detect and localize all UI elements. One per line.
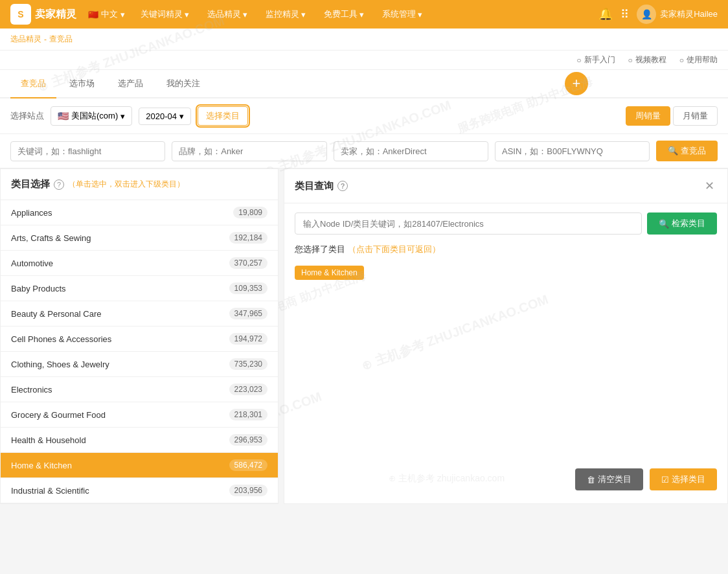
main-area: 类目选择 ? （单击选中，双击进入下级类目） Appliances 19,809… xyxy=(0,168,728,504)
category-item[interactable]: Beauty & Personal Care 347,965 xyxy=(1,301,278,327)
nav-free-tools[interactable]: 免费工具 ▾ xyxy=(317,6,370,23)
nav-right: 🔔 ⠿ 👤 卖家精灵Hailee xyxy=(598,5,718,24)
confirm-category-button[interactable]: ☑ 选择类目 xyxy=(650,468,717,490)
logo-text: 卖家精灵 xyxy=(35,8,76,21)
query-panel-title: 类目查询 ? xyxy=(295,180,348,192)
category-panel-title: 类目选择 xyxy=(11,178,50,190)
brand-input[interactable] xyxy=(172,141,326,161)
top-nav: S 卖家精灵 🇨🇳 中文 ▾ 关键词精灵 ▾ 选品精灵 ▾ 监控精灵 ▾ 免费工… xyxy=(0,0,728,29)
grid-icon[interactable]: ⠿ xyxy=(620,7,629,21)
nav-system[interactable]: 系统管理 ▾ xyxy=(376,6,429,23)
close-query-panel-button[interactable]: ✕ xyxy=(701,178,717,194)
query-search-input[interactable] xyxy=(295,212,642,235)
query-help-icon[interactable]: ? xyxy=(337,181,348,191)
category-item[interactable]: Industrial & Scientific 203,956 xyxy=(1,478,278,503)
site-selector[interactable]: 🇺🇸 美国站(com) ▾ xyxy=(51,106,132,126)
filter-site-label: 选择站点 xyxy=(10,110,44,122)
category-select-button[interactable]: 选择类目 xyxy=(198,106,248,126)
category-item[interactable]: Appliances 19,809 xyxy=(1,200,278,225)
breadcrumb-current: 查竞品 xyxy=(49,34,73,45)
username: 卖家精灵Hailee xyxy=(660,8,718,20)
tab-products[interactable]: 选产品 xyxy=(108,70,154,98)
category-item[interactable]: Electronics 223,023 xyxy=(1,377,278,402)
query-search-button[interactable]: 🔍 检索类目 xyxy=(647,212,717,235)
seller-input[interactable] xyxy=(334,141,488,161)
category-item[interactable]: Grocery & Gourmet Food 218,301 xyxy=(1,402,278,428)
period-buttons: 周销量 月销量 xyxy=(626,106,718,126)
search-row: 🔍 查竞品 xyxy=(0,134,728,168)
category-item-home-kitchen[interactable]: Home & Kitchen 586,472 xyxy=(1,453,278,478)
tab-favorites[interactable]: 我的关注 xyxy=(156,70,210,98)
selected-tag-home-kitchen[interactable]: Home & Kitchen xyxy=(295,266,364,280)
selected-category-path: Home & Kitchen xyxy=(284,262,727,289)
category-list: Appliances 19,809 Arts, Crafts & Sewing … xyxy=(1,200,278,503)
help-video[interactable]: ○ 视频教程 xyxy=(628,54,666,65)
query-panel: 类目查询 ? ✕ 🔍 检索类目 您选择了类目 （点击下面类目可返回） Home … xyxy=(284,168,728,504)
category-item[interactable]: Clothing, Shoes & Jewelry 735,230 xyxy=(1,352,278,377)
nav-select-product[interactable]: 选品精灵 ▾ xyxy=(201,6,254,23)
back-to-parent-hint[interactable]: （点击下面类目可返回） xyxy=(348,244,440,254)
sub-nav: 查竞品 选市场 选产品 我的关注 + xyxy=(0,70,728,98)
category-panel-hint: （单击选中，双击进入下级类目） xyxy=(68,179,185,190)
help-bar: ○ 新手入门 ○ 视频教程 ○ 使用帮助 xyxy=(0,51,728,70)
us-flag: 🇺🇸 xyxy=(58,111,69,121)
help-newbie[interactable]: ○ 新手入门 xyxy=(576,54,615,65)
filter-row: 选择站点 🇺🇸 美国站(com) ▾ 2020-04 ▾ 选择类目 周销量 月销… xyxy=(0,98,728,134)
help-usage[interactable]: ○ 使用帮助 xyxy=(679,54,718,65)
monthly-sales-btn[interactable]: 月销量 xyxy=(673,106,718,126)
tab-competitors[interactable]: 查竞品 xyxy=(10,70,56,98)
date-selector[interactable]: 2020-04 ▾ xyxy=(139,108,191,125)
search-competitors-button[interactable]: 🔍 查竞品 xyxy=(656,141,718,161)
nav-monitor[interactable]: 监控精灵 ▾ xyxy=(259,6,312,23)
category-item[interactable]: Cell Phones & Accessories 194,972 xyxy=(1,327,278,352)
avatar: 👤 xyxy=(637,5,656,24)
breadcrumb-base[interactable]: 选品精灵 xyxy=(10,34,41,45)
nav-lang[interactable]: 🇨🇳 中文 ▾ xyxy=(88,8,125,20)
asin-input[interactable] xyxy=(495,141,650,161)
keyword-input[interactable] xyxy=(10,141,165,161)
nav-user[interactable]: 👤 卖家精灵Hailee xyxy=(637,5,718,24)
query-panel-header: 类目查询 ? ✕ xyxy=(284,169,727,203)
nav-logo[interactable]: S 卖家精灵 xyxy=(10,4,76,25)
add-button[interactable]: + xyxy=(565,72,588,95)
category-item[interactable]: Automotive 370,257 xyxy=(1,251,278,276)
query-search-row: 🔍 检索类目 xyxy=(284,203,727,244)
category-panel: 类目选择 ? （单击选中，双击进入下级类目） Appliances 19,809… xyxy=(0,168,279,504)
category-panel-header: 类目选择 ? （单击选中，双击进入下级类目） xyxy=(1,169,278,200)
category-item[interactable]: Health & Household 296,953 xyxy=(1,428,278,453)
logo-icon: S xyxy=(10,4,31,25)
panel-footer: 🗑 清空类目 ☑ 选择类目 xyxy=(575,468,717,490)
nav-keyword[interactable]: 关键词精灵 ▾ xyxy=(134,6,196,23)
weekly-sales-btn[interactable]: 周销量 xyxy=(626,106,670,126)
tab-market[interactable]: 选市场 xyxy=(59,70,105,98)
clear-category-button[interactable]: 🗑 清空类目 xyxy=(575,468,643,490)
bell-icon[interactable]: 🔔 xyxy=(598,7,613,21)
category-item-baby[interactable]: Baby Products 109,353 xyxy=(1,276,278,301)
selected-category-info: 您选择了类目 （点击下面类目可返回） xyxy=(284,244,727,262)
category-item[interactable]: Arts, Crafts & Sewing 192,184 xyxy=(1,225,278,251)
category-help-icon[interactable]: ? xyxy=(54,179,64,190)
breadcrumb: 选品精灵 - 查竞品 xyxy=(0,29,728,51)
